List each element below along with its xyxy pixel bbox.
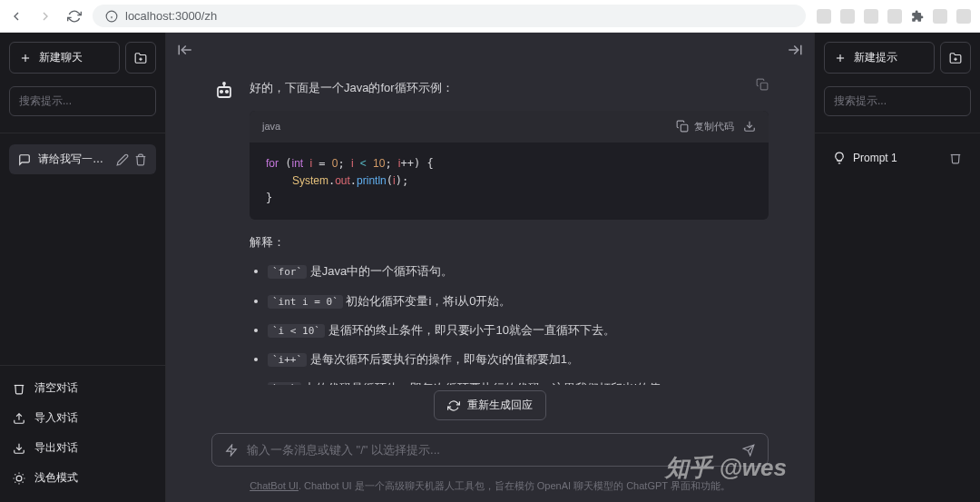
explanation-item: `for` 是Java中的一个循环语句。 [268, 261, 769, 281]
message-icon [18, 153, 31, 166]
code-block: java 复制代码 for (int i = 0; i < 10; i++) {… [250, 111, 769, 220]
refresh-icon [447, 399, 460, 412]
zap-icon[interactable] [225, 444, 238, 457]
bot-avatar [211, 78, 237, 103]
explanation-item: `{}` 中的代码是循环体，即每次循环要执行的代码，这里我们打印出i的值。 [268, 379, 769, 385]
explanation-item: `i++` 是每次循环后要执行的操作，即每次i的值都要加1。 [268, 349, 769, 369]
prompt-list-item[interactable]: Prompt 1 [824, 144, 971, 172]
assistant-message: 好的，下面是一个Java的for循环示例： java 复制代码 [211, 67, 769, 385]
export-button[interactable]: 导出对话 [0, 433, 165, 463]
svg-point-24 [226, 91, 228, 93]
chat-list-item[interactable]: 请给我写一个java的for... [9, 144, 156, 174]
chat-title: 请给我写一个java的for... [38, 152, 109, 167]
new-chat-label: 新建聊天 [39, 50, 83, 65]
reload-icon[interactable] [67, 9, 82, 24]
svg-marker-30 [227, 445, 237, 456]
search-prompts-input[interactable]: 搜索提示... [824, 86, 971, 116]
ext-icon[interactable] [933, 9, 947, 24]
svg-line-16 [15, 481, 15, 482]
prompt-title: Prompt 1 [853, 152, 942, 164]
explanation-item: `int i = 0` 初始化循环变量i，将i从0开始。 [268, 291, 769, 311]
svg-point-23 [220, 91, 222, 93]
regenerate-button[interactable]: 重新生成回应 [434, 390, 546, 420]
right-sidebar: 新建提示 搜索提示... Prompt 1 [814, 33, 980, 502]
sun-icon [13, 472, 25, 485]
ext-icon[interactable] [887, 9, 902, 24]
theme-toggle-button[interactable]: 浅色模式 [0, 463, 165, 493]
message-input-container [211, 433, 769, 467]
svg-rect-29 [760, 83, 768, 90]
folder-plus-icon [134, 52, 147, 64]
download-icon[interactable] [743, 120, 756, 133]
explanation-list: `for` 是Java中的一个循环语句。`int i = 0` 初始化循环变量i… [268, 261, 769, 385]
inline-code: `{}` [268, 382, 301, 385]
collapse-left-icon[interactable] [177, 42, 193, 58]
code-content: for (int i = 0; i < 10; i++) { System.ou… [250, 143, 769, 221]
main-chat-area: 好的，下面是一个Java的for循环示例： java 复制代码 [166, 33, 814, 502]
new-folder-button[interactable] [940, 42, 971, 74]
back-icon[interactable] [9, 9, 24, 24]
message-content: 好的，下面是一个Java的for循环示例： java 复制代码 [250, 78, 769, 385]
inline-code: `i < 10` [268, 324, 325, 338]
divider [815, 133, 980, 133]
export-icon [13, 442, 25, 455]
url-text: localhost:3000/zh [125, 9, 217, 23]
copy-message-button[interactable] [756, 78, 769, 94]
ext-icon[interactable] [817, 9, 831, 24]
explanation-item: `i < 10` 是循环的终止条件，即只要i小于10就会一直循环下去。 [268, 320, 769, 340]
browser-nav [9, 9, 82, 24]
import-button[interactable]: 导入对话 [0, 403, 165, 433]
svg-point-26 [223, 83, 225, 84]
foot-label: 清空对话 [34, 380, 78, 396]
ext-icon[interactable] [840, 9, 855, 24]
robot-icon [213, 80, 235, 102]
foot-label: 导入对话 [34, 410, 78, 426]
browser-extensions [817, 9, 971, 24]
message-input[interactable] [247, 443, 733, 457]
footer-link[interactable]: ChatBot UI [250, 480, 299, 491]
bulb-icon [833, 152, 846, 164]
inline-code: `int i = 0` [268, 295, 343, 309]
trash-icon [13, 382, 25, 395]
foot-label: 导出对话 [34, 440, 78, 456]
divider [0, 133, 165, 133]
code-lang: java [262, 118, 280, 135]
messages-scroll[interactable]: 好的，下面是一个Java的for循环示例： java 复制代码 [166, 67, 814, 385]
new-prompt-button[interactable]: 新建提示 [824, 42, 935, 74]
new-chat-button[interactable]: 新建聊天 [9, 42, 120, 74]
edit-icon[interactable] [116, 153, 129, 166]
copy-code-button[interactable]: 复制代码 [676, 118, 734, 135]
plus-icon [19, 52, 32, 64]
collapse-right-icon[interactable] [787, 42, 803, 58]
plus-icon [834, 52, 847, 64]
footer-credit: ChatBot UI. Chatbot UI 是一个高级聊天机器人工具包，旨在模… [166, 474, 814, 502]
new-folder-button[interactable] [125, 42, 156, 74]
browser-toolbar: localhost:3000/zh [0, 0, 980, 33]
intro-text: 好的，下面是一个Java的for循环示例： [250, 78, 769, 98]
inline-code: `i++` [268, 353, 307, 367]
regen-label: 重新生成回应 [467, 398, 533, 413]
foot-label: 浅色模式 [34, 470, 78, 486]
svg-rect-27 [681, 125, 688, 133]
extensions-icon[interactable] [911, 10, 924, 23]
svg-line-17 [23, 474, 24, 475]
divider [0, 365, 165, 366]
svg-point-9 [16, 476, 22, 481]
clear-conversations-button[interactable]: 清空对话 [0, 373, 165, 403]
address-bar[interactable]: localhost:3000/zh [93, 5, 806, 27]
trash-icon[interactable] [134, 153, 147, 166]
svg-line-13 [23, 481, 24, 482]
send-icon[interactable] [742, 444, 755, 457]
left-sidebar: 新建聊天 搜索提示... 请给我写一个java的for... 清空对话 [0, 33, 166, 502]
explain-header: 解释： [250, 232, 769, 252]
ext-icon[interactable] [864, 9, 878, 24]
search-chats-input[interactable]: 搜索提示... [9, 86, 156, 116]
clipboard-icon [676, 120, 689, 133]
ext-icon[interactable] [956, 9, 971, 24]
trash-icon[interactable] [949, 152, 962, 164]
copy-icon [756, 78, 769, 91]
forward-icon[interactable] [38, 9, 53, 24]
folder-plus-icon [949, 52, 962, 64]
import-icon [13, 412, 25, 425]
svg-line-12 [15, 474, 15, 475]
